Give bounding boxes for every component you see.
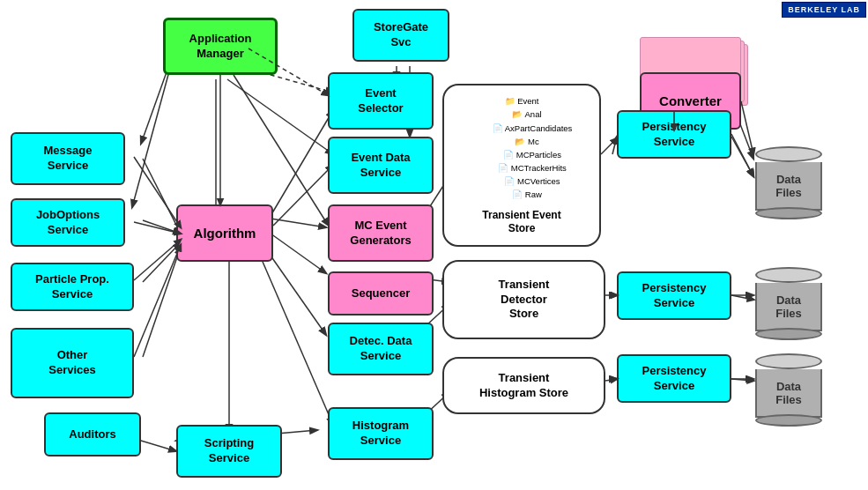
svg-line-4 [132,62,172,207]
svg-line-39 [605,379,617,381]
persistency-service-1-label: Persistency Service [642,120,707,150]
svg-line-11 [264,247,326,335]
svg-line-36 [741,101,753,154]
svg-line-44 [134,245,181,357]
persistency-service-1-box: Persistency Service [617,110,731,159]
other-services-box: Other Services [11,328,134,398]
svg-line-17 [143,247,181,357]
svg-line-28 [731,137,753,176]
transient-histogram-store-box: Transient Histogram Store [442,357,605,414]
svg-line-16 [143,242,181,282]
svg-line-35 [731,134,753,176]
sequencer-box: Sequencer [328,271,434,316]
svg-line-40 [731,379,753,381]
algorithm-box: Algorithm [176,204,273,262]
scripting-service-label: Scripting Service [204,436,254,466]
scripting-service-box: Scripting Service [176,425,282,478]
transient-event-store-box: 📁 Event 📂 Anal 📄 AxPartCandidates 📂 Mc 📄… [442,84,601,247]
berkeley-logo: BERKELEY LAB [782,2,866,18]
svg-line-12 [260,256,333,425]
auditors-box: Auditors [44,412,141,457]
svg-line-8 [273,165,333,226]
persistency-service-3-label: Persistency Service [642,364,707,394]
message-service-label: Message Service [44,144,93,174]
algorithm-label: Algorithm [194,225,256,242]
event-selector-label: Event Selector [358,86,403,116]
data-files-2-label: Data Files [775,293,802,320]
svg-line-46 [234,75,328,225]
persistency-service-2-box: Persistency Service [617,271,731,320]
message-service-box: Message Service [11,132,125,185]
app-manager-label: Application Manager [189,32,252,62]
svg-line-10 [271,234,326,273]
data-files-1-label: Data Files [775,173,802,199]
svg-line-33 [601,138,617,154]
sequencer-label: Sequencer [352,286,410,301]
logo-text: BERKELEY LAB [788,5,860,14]
event-data-service-box: Event Data Service [328,137,434,194]
data-files-2-cylinder: Data Files [753,266,824,341]
event-selector-box: Event Selector [328,72,434,130]
storegate-label: StoreGate Svc [374,20,428,50]
histogram-service-label: Histogram Service [352,419,409,449]
transient-detector-store-box: Transient Detector Store [442,260,605,339]
mc-event-generators-label: MC Event Generators [350,219,411,249]
svg-line-41 [134,157,181,227]
converter-label: Converter [659,93,722,110]
other-services-label: Other Services [48,348,96,378]
app-manager-box: Application Manager [163,18,278,75]
svg-line-7 [271,110,333,216]
auditors-label: Auditors [69,427,115,442]
persistency-service-2-label: Persistency Service [642,281,707,311]
svg-line-42 [134,222,181,234]
particle-prop-service-box: Particle Prop. Service [11,263,134,311]
transient-detector-store-label: Transient Detector Store [499,278,550,323]
particle-prop-service-label: Particle Prop. Service [35,272,109,302]
joboptions-service-label: JobOptions Service [36,208,100,238]
transient-histogram-store-label: Transient Histogram Store [479,371,568,401]
svg-line-14 [143,159,181,234]
svg-line-2 [227,79,333,154]
storegate-box: StoreGate Svc [352,9,449,62]
mc-event-generators-box: MC Event Generators [328,204,434,262]
event-data-service-label: Event Data Service [351,151,410,181]
svg-line-15 [143,220,181,234]
joboptions-service-box: JobOptions Service [11,198,125,247]
svg-line-38 [731,295,753,300]
histogram-service-box: Histogram Service [328,407,434,460]
detec-data-service-box: Detec. Data Service [328,323,434,375]
detec-data-service-label: Detec. Data Service [350,334,412,364]
data-files-3-label: Data Files [775,380,802,406]
svg-line-9 [271,219,326,227]
data-files-3-cylinder: Data Files [753,353,824,427]
data-files-1-cylinder: Data Files [753,145,824,220]
svg-line-43 [134,240,181,280]
persistency-service-3-box: Persistency Service [617,354,731,403]
